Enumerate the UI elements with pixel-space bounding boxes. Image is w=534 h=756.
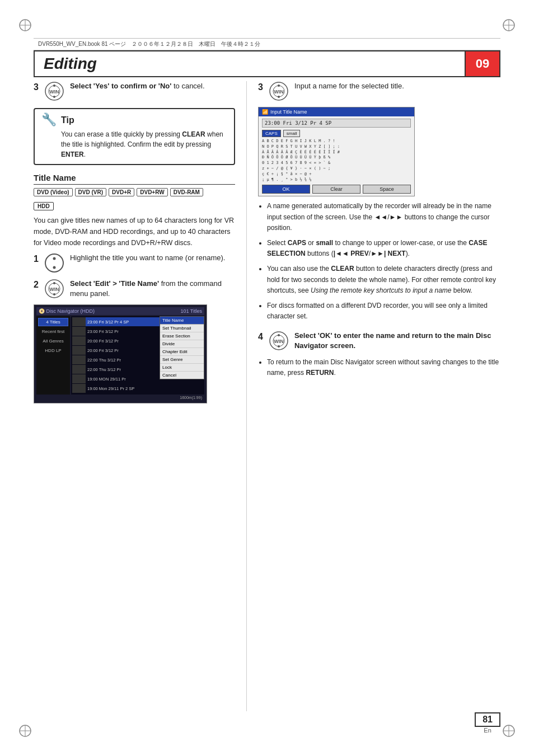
step3-bold: Select 'Yes' to confirm or 'No': [70, 82, 171, 90]
format-dvd-ram: DVD-RAM: [170, 188, 203, 196]
step1-row: 1 Highlight the title you want to name (…: [34, 253, 235, 273]
thumb-7: [72, 384, 86, 393]
svg-text:WIN: WIN: [274, 89, 284, 95]
tip-title: Tip: [61, 114, 227, 127]
input-title-bar[interactable]: 23:00 Fri 3/12 Pr 4 SP: [262, 119, 411, 128]
win-button-icon-left: WIN: [44, 81, 64, 101]
char-display: A B C D E F G H I J K L M . ? ! N O P Q …: [262, 139, 411, 182]
screen-title-text: 📀 Disc Navigator (HDD): [39, 308, 95, 314]
corner-mark-br: [500, 722, 517, 739]
ok-button[interactable]: OK: [262, 185, 310, 194]
sidebar-item-4titles: 4 Titles: [38, 318, 68, 326]
space-button[interactable]: Space: [363, 185, 411, 194]
svg-point-16: [53, 96, 55, 98]
sidebar-item-genres: All Genres: [38, 337, 68, 345]
tip-text: You can erase a title quickly by pressin…: [61, 129, 227, 159]
menu-item-divide[interactable]: Divide: [160, 340, 204, 348]
screen-body: 4 Titles Recent first All Genres HDD LP …: [36, 316, 204, 395]
hdd-badge-container: HDD: [34, 200, 235, 210]
step2-bold: Select 'Edit' > 'Title Name': [70, 279, 159, 288]
step3-left-text: Select 'Yes' to confirm or 'No' to cance…: [70, 81, 205, 91]
small-button[interactable]: small: [283, 130, 301, 137]
step4-button-icon: WIN: [269, 331, 289, 351]
step2-text: Select 'Edit' > 'Title Name' from the co…: [70, 279, 235, 299]
info-6: 19:00 MON 29/11 Pr: [87, 377, 126, 382]
svg-text:WIN: WIN: [274, 339, 284, 344]
caps-row: CAPS small: [262, 130, 411, 137]
menu-item-erase[interactable]: Erase Section: [160, 332, 204, 340]
tip-clear: CLEAR: [182, 130, 205, 138]
step3-right-number: 3: [258, 82, 263, 92]
svg-point-19: [53, 266, 55, 269]
thumb-5: [72, 365, 86, 374]
right-bullet-list: A name generated automatically by the re…: [258, 201, 500, 322]
menu-item-chapter[interactable]: Chapter Edit: [160, 348, 204, 356]
screen-sidebar: 4 Titles Recent first All Genres HDD LP: [36, 316, 70, 395]
menu-item-thumbnail[interactable]: Set Thumbnail: [160, 325, 204, 332]
tip-box: 🔧 Tip You can erase a title quickly by p…: [34, 108, 235, 165]
corner-mark-tl: [17, 17, 34, 34]
menu-item-lock[interactable]: Lock: [160, 364, 204, 372]
step1-button-icon: [44, 253, 64, 273]
step3-left-number: 3: [34, 82, 39, 92]
svg-point-34: [278, 345, 280, 348]
sidebar-item-recent: Recent first: [38, 327, 68, 336]
disc-navigator-screen: 📀 Disc Navigator (HDD) 101 Titles 4 Titl…: [34, 304, 235, 403]
step3-right-text: Input a name for the selected title.: [294, 81, 404, 91]
info-4: 22:00 Thu 3/12 Pr: [87, 358, 121, 363]
bullet-3: You can also use the CLEAR button to del…: [267, 264, 500, 296]
step2-button-icon: WIN: [44, 279, 64, 299]
info-1: 23:00 Fri 3/12 Pr: [87, 329, 119, 334]
step4-bold: Select 'OK' to enter the name and return…: [294, 331, 491, 350]
input-screen-body: 23:00 Fri 3/12 Pr 4 SP CAPS small A B C …: [259, 116, 414, 196]
bullet-2: Select CAPS or small to change to upper …: [267, 238, 500, 259]
format-badges: DVD (Video) DVD (VR) DVD+R DVD+RW DVD-RA…: [34, 188, 235, 196]
thumb-6: [72, 374, 86, 383]
format-dvd-vr: DVD (VR): [75, 188, 106, 196]
screen-display: 📀 Disc Navigator (HDD) 101 Titles 4 Titl…: [34, 304, 207, 403]
info-7: 19:00 Mon 29/11 Pr 2 SP: [87, 386, 134, 391]
step3-rest: to cancel.: [174, 82, 205, 90]
svg-point-28: [278, 84, 280, 87]
step2-row: 2 WIN Select 'Edit' > 'Title Name' from …: [34, 279, 235, 299]
page-language: En: [484, 727, 491, 734]
tip-content: Tip You can erase a title quickly by pre…: [61, 114, 227, 159]
page-title-box: Editing: [34, 50, 465, 77]
page-number-footer: 81: [475, 712, 500, 727]
input-title-screen: 📶 Input Title Name 23:00 Fri 3/12 Pr 4 S…: [258, 107, 415, 196]
page-header: Editing 09: [34, 50, 500, 77]
info-0: 23:00 Fri 3/12 Pr 4 SP: [87, 320, 129, 325]
svg-point-18: [53, 257, 55, 260]
screen-content-area: 23:00 Fri 3/12 Pr 4 SP 23:00 Fri 3/12 Pr…: [71, 316, 204, 395]
thumb-3: [72, 346, 86, 355]
caps-button[interactable]: CAPS: [262, 130, 281, 137]
step4-bullet: To return to the main Disc Navigator scr…: [267, 357, 500, 378]
clear-button[interactable]: Clear: [312, 185, 360, 194]
context-menu: Title Name Set Thumbnail Erase Section D…: [160, 316, 204, 379]
svg-text:WIN: WIN: [49, 287, 59, 292]
main-content: 3 WIN Select 'Yes' to confirm or 'No' to…: [34, 81, 500, 711]
file-info-bar: DVR550H_WV_EN.book 81 ページ ２００６年１２月２８日 木曜…: [34, 38, 500, 50]
format-dvd-rw: DVD+RW: [137, 188, 167, 196]
left-column: 3 WIN Select 'Yes' to confirm or 'No' to…: [34, 81, 246, 711]
svg-text:WIN: WIN: [49, 89, 59, 95]
screen-count: 101 Titles: [180, 308, 202, 314]
tip-enter: ENTER: [61, 151, 84, 158]
step3-left-row: 3 WIN Select 'Yes' to confirm or 'No' to…: [34, 81, 235, 101]
menu-item-genre[interactable]: Set Genre: [160, 356, 204, 364]
info-2: 20:00 Fri 3/12 Pr: [87, 339, 119, 344]
page-footer: 81 En: [475, 712, 500, 734]
menu-item-cancel[interactable]: Cancel: [160, 372, 204, 379]
page-title: Editing: [44, 55, 97, 73]
tip-icon: 🔧: [41, 112, 57, 127]
format-hdd: HDD: [34, 202, 54, 210]
step1-number: 1: [34, 254, 39, 264]
input-screen-title-bar: 📶 Input Title Name: [259, 107, 414, 116]
format-dvd-r: DVD+R: [109, 188, 134, 196]
svg-point-23: [53, 282, 55, 284]
format-dvd-video: DVD (Video): [34, 188, 73, 196]
section-description: You can give titles new names of up to 6…: [34, 215, 235, 248]
thumb-2: [72, 336, 86, 345]
step2-number: 2: [34, 280, 39, 290]
menu-item-titlename[interactable]: Title Name: [160, 317, 204, 325]
